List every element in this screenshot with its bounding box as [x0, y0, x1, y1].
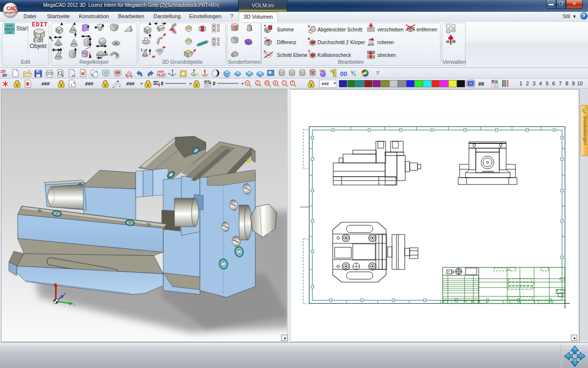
- svg-text:3: 3: [533, 80, 536, 86]
- svg-text:H: H: [106, 53, 108, 56]
- svg-text::: :: [159, 85, 160, 89]
- svg-text:1 : x: 1 : x: [53, 48, 59, 51]
- svg-text:y: y: [64, 291, 66, 295]
- svg-text:00: 00: [340, 70, 347, 78]
- svg-text:6: 6: [27, 82, 29, 86]
- svg-text:Kollisionscheck: Kollisionscheck: [318, 53, 351, 58]
- svg-text:?: ?: [308, 49, 311, 54]
- svg-text:z: z: [54, 283, 56, 286]
- svg-text:1 : x: 1 : x: [141, 48, 147, 52]
- svg-text:#: #: [161, 81, 164, 86]
- svg-text:Differenz: Differenz: [277, 40, 296, 45]
- svg-text:Abgeknickter Schnitt: Abgeknickter Schnitt: [318, 27, 362, 32]
- svg-text:2: 2: [526, 80, 529, 86]
- svg-text:entfernen: entfernen: [416, 27, 437, 32]
- svg-text:EDIT: EDIT: [32, 22, 48, 28]
- svg-text:4: 4: [539, 80, 542, 86]
- svg-text:##: ##: [478, 81, 484, 87]
- svg-text:3D: 3D: [1, 73, 7, 78]
- svg-text:x: x: [74, 303, 75, 307]
- svg-text:###: ###: [321, 81, 329, 86]
- svg-text:−: −: [264, 35, 267, 40]
- svg-text:Durchschnitt 2 Körper: Durchschnitt 2 Körper: [318, 40, 365, 45]
- svg-text:###: ###: [85, 81, 94, 86]
- svg-text:CAD: CAD: [6, 30, 13, 34]
- svg-text:9: 9: [572, 80, 575, 86]
- svg-text:6: 6: [552, 80, 555, 86]
- svg-text:8: 8: [565, 80, 568, 86]
- svg-text:Schnitt Ebene: Schnitt Ebene: [277, 53, 308, 58]
- svg-text:###: ###: [126, 81, 135, 86]
- svg-text:###: ###: [41, 81, 50, 86]
- svg-text:5: 5: [546, 80, 549, 86]
- svg-text:n: n: [308, 36, 310, 41]
- svg-text:7: 7: [559, 80, 562, 86]
- svg-text:strecken: strecken: [377, 53, 396, 58]
- svg-text:3: 3: [257, 81, 259, 85]
- svg-text:S: S: [264, 50, 267, 54]
- svg-text:Objekt: Objekt: [30, 43, 47, 50]
- svg-text:rotieren: rotieren: [377, 40, 394, 45]
- svg-text:S: S: [308, 24, 311, 28]
- svg-text:Summe: Summe: [277, 27, 294, 32]
- svg-text:10: 10: [577, 80, 583, 86]
- svg-text:1: 1: [519, 80, 522, 86]
- svg-text:R: R: [100, 56, 102, 59]
- svg-text:Start: Start: [16, 25, 29, 32]
- svg-text:#: #: [213, 81, 216, 86]
- svg-text:2: 2: [354, 73, 356, 77]
- svg-text:verschieben: verschieben: [377, 27, 404, 32]
- svg-text::: :: [119, 82, 121, 88]
- svg-text:+: +: [264, 24, 266, 28]
- svg-text:AGD: AGD: [6, 24, 13, 27]
- svg-text:PLOT: PLOT: [157, 73, 167, 77]
